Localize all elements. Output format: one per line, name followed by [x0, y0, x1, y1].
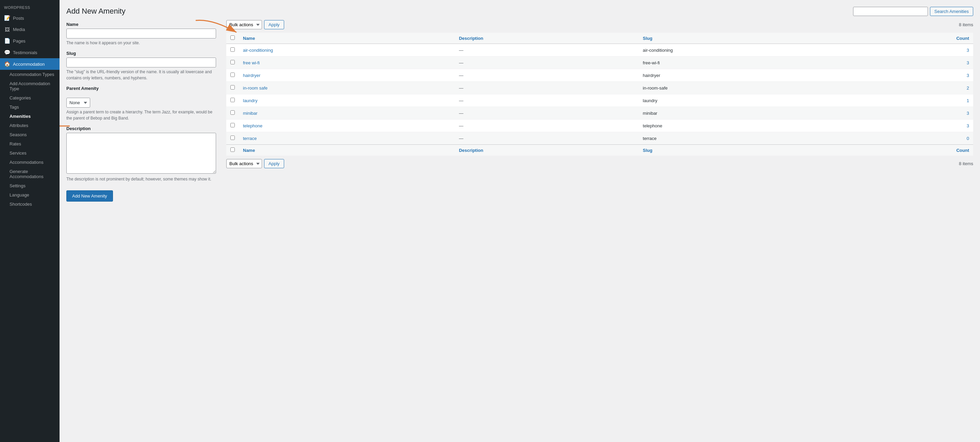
sidebar-item-settings[interactable]: Settings — [0, 181, 60, 190]
add-amenity-button[interactable]: Add New Amenity — [66, 190, 113, 202]
row-name-link[interactable]: in-room safe — [243, 86, 267, 91]
th-slug[interactable]: Slug — [639, 33, 855, 44]
row-checkbox[interactable] — [231, 123, 235, 128]
row-count-cell[interactable]: 3 — [855, 44, 973, 56]
apply-button-bottom[interactable]: Apply — [264, 159, 284, 168]
row-name-cell: hairdryer — [239, 69, 455, 82]
sidebar-item-add-accommodation-type[interactable]: Add Accommodation Type — [0, 79, 60, 93]
bulk-actions-select-top[interactable]: Bulk actions — [226, 20, 262, 29]
table-footer-row: Name Description Slug Count — [226, 145, 973, 156]
sidebar-item-tags[interactable]: Tags — [0, 102, 60, 112]
row-name-link[interactable]: telephone — [243, 123, 262, 128]
row-checkbox[interactable] — [231, 85, 235, 89]
row-count-cell[interactable]: 3 — [855, 120, 973, 132]
row-name-link[interactable]: laundry — [243, 98, 258, 103]
name-hint: The name is how it appears on your site. — [66, 40, 216, 46]
tfoot-description[interactable]: Description — [455, 145, 639, 156]
sidebar-item-rates[interactable]: Rates — [0, 139, 60, 148]
sidebar-item-accommodations[interactable]: Accommodations — [0, 158, 60, 167]
table-row: air-conditioning — air-conditioning 3 — [226, 44, 973, 56]
row-description-cell: — — [455, 44, 639, 56]
row-description-cell: — — [455, 69, 639, 82]
row-name-link[interactable]: terrace — [243, 136, 256, 141]
row-checkbox[interactable] — [231, 136, 235, 140]
row-checkbox[interactable] — [231, 60, 235, 64]
slug-input[interactable] — [66, 57, 216, 67]
sidebar-item-generate-accommodations[interactable]: Generate Accommodations — [0, 167, 60, 181]
row-count-cell[interactable]: 0 — [855, 132, 973, 145]
row-checkbox[interactable] — [231, 73, 235, 77]
sidebar-item-accommodation-types[interactable]: Accommodation Types — [0, 70, 60, 79]
media-icon: 🖼 — [4, 27, 10, 32]
tfoot-name[interactable]: Name — [239, 145, 455, 156]
sidebar: WordPress 📝 Posts 🖼 Media 📄 Pages 💬 Test… — [0, 0, 60, 442]
sidebar-item-testimonials[interactable]: 💬 Testimonials — [0, 47, 60, 58]
sidebar-item-attributes[interactable]: Attributes — [0, 121, 60, 130]
sidebar-item-posts[interactable]: 📝 Posts — [0, 12, 60, 24]
sidebar-item-amenities[interactable]: Amenities — [0, 112, 60, 121]
sidebar-item-accommodation[interactable]: 🏠 Accommodation — [0, 58, 60, 70]
row-name-link[interactable]: minibar — [243, 111, 258, 116]
row-checkbox[interactable] — [231, 110, 235, 115]
name-input[interactable] — [66, 29, 216, 38]
row-checkbox-cell — [226, 82, 239, 94]
search-input[interactable] — [853, 7, 928, 16]
th-checkbox — [226, 33, 239, 44]
table-row: in-room safe — in-room-safe 2 — [226, 82, 973, 94]
th-description[interactable]: Description — [455, 33, 639, 44]
row-checkbox-cell — [226, 44, 239, 56]
tfoot-slug[interactable]: Slug — [639, 145, 855, 156]
bulk-actions-select-bottom[interactable]: Bulk actions — [226, 159, 262, 168]
row-slug-cell: telephone — [639, 120, 855, 132]
row-name-cell: telephone — [239, 120, 455, 132]
row-checkbox-cell — [226, 56, 239, 69]
sidebar-item-categories[interactable]: Categories — [0, 93, 60, 102]
row-slug-cell: air-conditioning — [639, 44, 855, 56]
row-name-link[interactable]: hairdryer — [243, 73, 260, 78]
tfoot-checkbox-cell — [226, 145, 239, 156]
select-all-checkbox[interactable] — [231, 35, 235, 40]
tfoot-count[interactable]: Count — [855, 145, 973, 156]
sidebar-item-shortcodes[interactable]: Shortcodes — [0, 199, 60, 209]
row-name-cell: in-room safe — [239, 82, 455, 94]
row-name-cell: air-conditioning — [239, 44, 455, 56]
row-count-cell[interactable]: 3 — [855, 69, 973, 82]
sidebar-item-pages[interactable]: 📄 Pages — [0, 35, 60, 47]
row-count-cell[interactable]: 3 — [855, 107, 973, 120]
row-name-cell: free wi-fi — [239, 56, 455, 69]
content-area: Add New Amenity Name The name is how it … — [60, 0, 980, 442]
apply-button-top[interactable]: Apply — [264, 20, 284, 29]
row-description-cell: — — [455, 82, 639, 94]
sidebar-item-posts-label: Posts — [13, 16, 24, 21]
select-all-checkbox-footer[interactable] — [231, 147, 235, 152]
sidebar-item-media[interactable]: 🖼 Media — [0, 24, 60, 35]
row-name-link[interactable]: free wi-fi — [243, 60, 259, 65]
row-slug-cell: minibar — [639, 107, 855, 120]
row-name-link[interactable]: air-conditioning — [243, 48, 273, 53]
description-field: Description The description is not promi… — [66, 126, 216, 182]
sidebar-item-language[interactable]: Language — [0, 190, 60, 199]
search-button[interactable]: Search Amenities — [930, 7, 973, 16]
row-count-cell[interactable]: 2 — [855, 82, 973, 94]
table-row: free wi-fi — free-wi-fi 3 — [226, 56, 973, 69]
row-count-cell[interactable]: 3 — [855, 56, 973, 69]
table-row: hairdryer — hairdryer 3 — [226, 69, 973, 82]
amenities-tbody: air-conditioning — air-conditioning 3 fr… — [226, 44, 973, 145]
row-count-cell[interactable]: 1 — [855, 94, 973, 107]
slug-hint: The "slug" is the URL-friendly version o… — [66, 69, 216, 81]
row-checkbox[interactable] — [231, 47, 235, 52]
row-description-cell: — — [455, 120, 639, 132]
posts-icon: 📝 — [4, 15, 10, 21]
th-count[interactable]: Count — [855, 33, 973, 44]
description-textarea[interactable] — [66, 133, 216, 174]
sidebar-submenu: Accommodation Types Add Accommodation Ty… — [0, 70, 60, 209]
row-checkbox[interactable] — [231, 98, 235, 102]
sidebar-item-services[interactable]: Services — [0, 148, 60, 158]
parent-select[interactable]: None — [66, 98, 90, 108]
sidebar-item-seasons[interactable]: Seasons — [0, 130, 60, 139]
sidebar-item-testimonials-label: Testimonials — [13, 50, 37, 55]
th-name[interactable]: Name — [239, 33, 455, 44]
items-count-bottom: 8 items — [959, 161, 973, 166]
row-checkbox-cell — [226, 107, 239, 120]
parent-hint: Assign a parent term to create a hierarc… — [66, 109, 216, 121]
